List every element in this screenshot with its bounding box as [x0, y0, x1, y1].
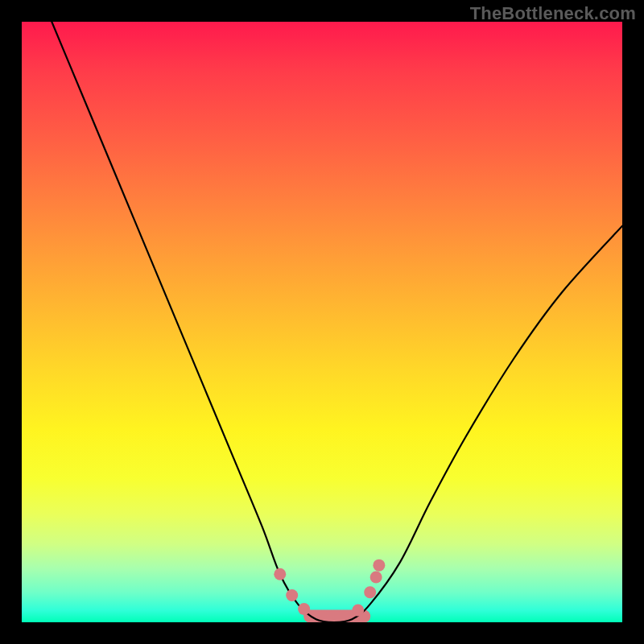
chart-plot-area [22, 22, 622, 622]
watermark-text: TheBottleneck.com [470, 3, 636, 24]
chart-frame: TheBottleneck.com [0, 0, 644, 644]
